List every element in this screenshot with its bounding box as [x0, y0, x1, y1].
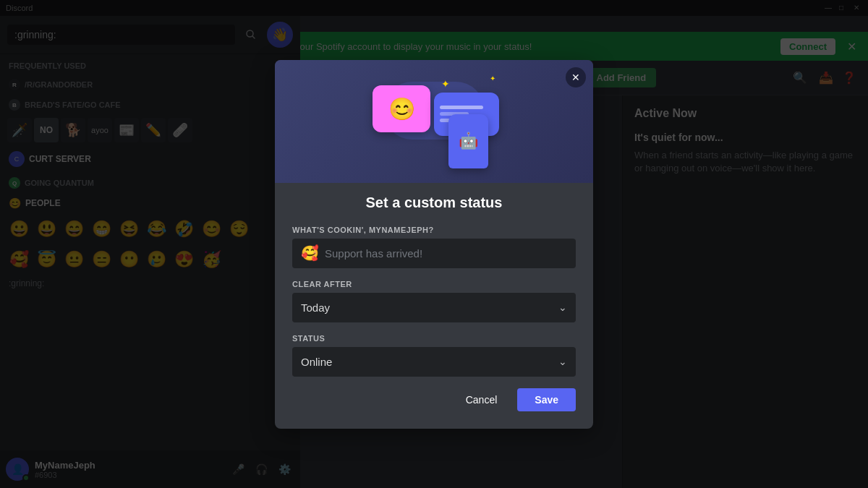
sparkle-2: ✦ — [490, 74, 495, 82]
save-button[interactable]: Save — [517, 388, 576, 411]
modal-illustration: 😊 🤖 ✦ ✦ — [362, 74, 506, 168]
modal-actions: Cancel Save — [292, 388, 576, 411]
whatscookin-label: WHAT'S COOKIN', MYNAMEJEPH? — [292, 226, 576, 234]
modal-title: Set a custom status — [292, 194, 576, 211]
modal-body: Set a custom status WHAT'S COOKIN', MYNA… — [275, 183, 593, 429]
clear-after-chevron-icon: ⌄ — [558, 301, 567, 313]
cancel-button[interactable]: Cancel — [451, 388, 512, 411]
sparkle-1: ✦ — [441, 78, 450, 90]
modal-overlay: ✕ 😊 🤖 ✦ ✦ — [0, 0, 868, 488]
clear-after-label: CLEAR AFTER — [292, 280, 576, 288]
chat-bubble-1: 😊 — [373, 85, 430, 132]
clear-after-value: Today — [301, 293, 558, 322]
status-dropdown-chevron-icon: ⌄ — [558, 356, 567, 367]
status-dropdown-label: STATUS — [292, 334, 576, 343]
custom-status-modal: ✕ 😊 🤖 ✦ ✦ — [275, 60, 593, 429]
status-dropdown[interactable]: Online ⌄ — [292, 347, 576, 377]
robot-character: 🤖 — [448, 114, 488, 168]
modal-header-illustration: ✕ 😊 🤖 ✦ ✦ — [275, 60, 593, 183]
modal-close-button[interactable]: ✕ — [566, 67, 586, 87]
status-input-row: 🥰 — [292, 239, 576, 268]
status-text-input[interactable] — [325, 241, 567, 265]
clear-after-dropdown[interactable]: Today ⌄ — [292, 293, 576, 322]
status-dropdown-value: Online — [301, 347, 558, 377]
status-emoji-button[interactable]: 🥰 — [301, 244, 319, 262]
